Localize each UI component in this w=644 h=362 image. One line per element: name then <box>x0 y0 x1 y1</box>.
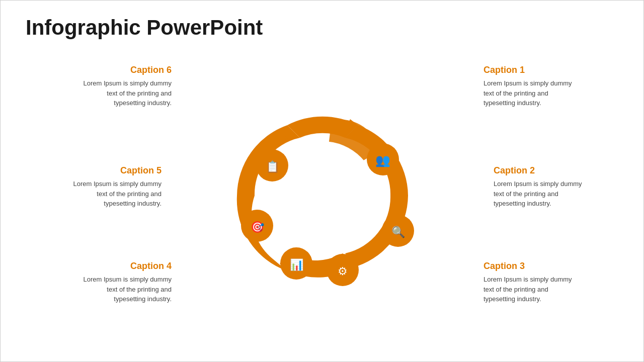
caption-1-text: Lorem Ipsum is simply dummy text of the … <box>484 78 579 108</box>
svg-text:🔍: 🔍 <box>391 225 406 239</box>
caption-5-block: Caption 5 Lorem Ipsum is simply dummy te… <box>66 165 162 209</box>
caption-4-block: Caption 4 Lorem Ipsum is simply dummy te… <box>76 261 172 304</box>
svg-text:⚙: ⚙ <box>338 265 348 278</box>
caption-6-text: Lorem Ipsum is simply dummy text of the … <box>76 78 172 108</box>
caption-1-block: Caption 1 Lorem Ipsum is simply dummy te… <box>484 65 579 108</box>
caption-2-block: Caption 2 Lorem Ipsum is simply dummy te… <box>494 165 589 209</box>
caption-6-title: Caption 6 <box>76 65 172 75</box>
svg-text:📋: 📋 <box>266 160 280 173</box>
caption-5-title: Caption 5 <box>66 165 162 176</box>
caption-3-text: Lorem Ipsum is simply dummy text of the … <box>484 275 579 304</box>
caption-1-title: Caption 1 <box>484 65 579 75</box>
caption-6-block: Caption 6 Lorem Ipsum is simply dummy te… <box>76 65 172 108</box>
caption-3-title: Caption 3 <box>484 261 579 272</box>
svg-text:👥: 👥 <box>375 153 390 167</box>
page-title: Infographic PowerPoint <box>26 16 619 40</box>
infographic-container: 👥 🔍 ⚙ 📊 🎯 📋 Caption 1 Lorem Ipsum is sim… <box>26 50 619 341</box>
caption-2-text: Lorem Ipsum is simply dummy text of the … <box>494 179 589 209</box>
caption-2-title: Caption 2 <box>494 165 589 176</box>
caption-4-text: Lorem Ipsum is simply dummy text of the … <box>76 275 172 304</box>
svg-text:🎯: 🎯 <box>251 220 265 234</box>
wheel-svg: 👥 🔍 ⚙ 📊 🎯 📋 <box>212 85 433 306</box>
caption-5-text: Lorem Ipsum is simply dummy text of the … <box>66 179 162 209</box>
svg-text:📊: 📊 <box>290 258 304 272</box>
caption-3-block: Caption 3 Lorem Ipsum is simply dummy te… <box>484 261 579 304</box>
slide: Infographic PowerPoint <box>1 1 644 362</box>
caption-4-title: Caption 4 <box>76 261 172 272</box>
